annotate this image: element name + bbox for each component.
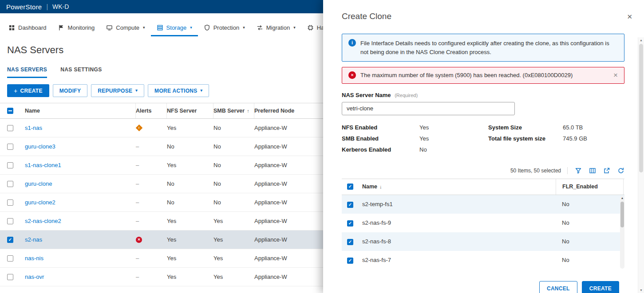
repurpose-button-label: REPURPOSE: [98, 88, 132, 94]
nas-server-link[interactable]: s1-nas-clone1: [25, 162, 61, 168]
dashboard-icon: [8, 24, 15, 31]
column-header-alerts[interactable]: Alerts: [136, 103, 167, 118]
nav-label: Dashboard: [18, 24, 47, 31]
fs-scrollbar-thumb[interactable]: [620, 202, 624, 227]
row-checkbox[interactable]: [7, 237, 13, 243]
table-row[interactable]: nas-ovr – Yes Yes Appliance-W: [0, 268, 342, 286]
nas-server-link[interactable]: guru-clone: [25, 180, 52, 187]
nav-label: Monitoring: [68, 24, 95, 31]
fs-row-checkbox[interactable]: [347, 202, 353, 208]
create-clone-button[interactable]: CREATE: [582, 281, 619, 293]
fs-column-header-name[interactable]: Name ↓: [362, 179, 556, 195]
table-row-selected[interactable]: s2-nas ✕ Yes Yes Appliance-W: [0, 230, 342, 249]
fs-name-value: s2-nas-fs-8: [362, 238, 556, 245]
export-icon[interactable]: [603, 167, 610, 174]
select-all-checkbox[interactable]: [7, 108, 13, 114]
modal-content: i File Interface Details needs to config…: [323, 21, 644, 270]
chevron-down-icon: ▾: [293, 26, 296, 30]
required-hint: (Required): [395, 93, 418, 98]
nfs-enabled-value: Yes: [419, 124, 429, 131]
nfs-server-value: No: [167, 143, 213, 150]
error-banner-close-icon[interactable]: ×: [609, 71, 618, 79]
column-header-name[interactable]: Name: [25, 103, 136, 118]
table-row[interactable]: guru-clone3 – No No Appliance-W: [0, 137, 342, 156]
modal-scrollbar[interactable]: ▲ ▼: [638, 37, 644, 293]
refresh-icon[interactable]: [617, 167, 624, 174]
fs-column-header-flr-enabled[interactable]: FLR_Enabled: [556, 179, 623, 195]
preferred-node-value: Appliance-W: [254, 255, 330, 262]
fs-flr-value: No: [556, 201, 623, 207]
preferred-node-value: Appliance-W: [254, 199, 330, 206]
scroll-up-icon[interactable]: ▲: [638, 39, 644, 42]
fs-table-row[interactable]: s2-nas-fs-8 No: [342, 232, 624, 251]
nfs-server-value: Yes: [167, 273, 213, 280]
row-checkbox[interactable]: [7, 199, 13, 206]
modal-scrollbar-thumb[interactable]: [639, 44, 643, 172]
monitoring-icon: [58, 24, 65, 31]
nfs-server-value: Yes: [167, 162, 213, 168]
row-checkbox[interactable]: [7, 181, 13, 187]
table-row[interactable]: s2-nas-clone2 – Yes Yes Appliance-W: [0, 212, 342, 230]
error-icon: ✕: [348, 71, 356, 79]
datagrid-actions: [567, 167, 624, 174]
fs-table-row[interactable]: s2-nas-fs-9 No: [342, 214, 624, 232]
select-all-filesystems-checkbox[interactable]: [347, 184, 353, 190]
fs-table-header: Name ↓ FLR_Enabled: [342, 179, 624, 195]
powerstore-logo: PowerStore: [6, 3, 42, 11]
create-button[interactable]: + CREATE: [7, 84, 49, 97]
column-header-nfs-server[interactable]: NFS Server: [167, 103, 213, 118]
nav-protection[interactable]: Protection ▾: [198, 24, 251, 36]
nav-compute[interactable]: Compute ▾: [100, 24, 150, 36]
row-checkbox[interactable]: [7, 255, 13, 262]
nas-server-link[interactable]: s2-nas-clone2: [25, 218, 61, 224]
fs-table-row[interactable]: s2-nas-fs-7 No: [342, 251, 624, 270]
nav-label: Storage: [166, 24, 187, 31]
nas-server-link[interactable]: guru-clone2: [25, 199, 55, 206]
scroll-up-icon[interactable]: ▲: [620, 196, 624, 200]
nav-dashboard[interactable]: Dashboard: [3, 24, 52, 36]
repurpose-button[interactable]: REPURPOSE ▾: [91, 84, 144, 97]
row-checkbox[interactable]: [7, 125, 13, 131]
scroll-down-icon[interactable]: ▼: [638, 289, 644, 292]
nas-server-link[interactable]: nas-nis: [25, 255, 43, 262]
table-row[interactable]: guru-clone – No No Appliance-W: [0, 175, 342, 193]
nav-storage[interactable]: Storage ▾: [151, 24, 198, 36]
nas-server-link[interactable]: s2-nas: [25, 236, 42, 243]
nas-server-link[interactable]: s1-nas: [25, 125, 42, 131]
table-row[interactable]: guru-clone2 – No No Appliance-W: [0, 193, 342, 212]
table-row[interactable]: s1-nas-clone1 – Yes No Appliance-W: [0, 156, 342, 175]
nas-server-name-input[interactable]: [342, 102, 515, 115]
fs-name-value: s2-nas-fs-7: [362, 257, 556, 263]
row-checkbox[interactable]: [7, 162, 13, 168]
more-actions-button[interactable]: MORE ACTIONS ▾: [148, 84, 209, 97]
row-checkbox[interactable]: [7, 218, 13, 224]
nav-label: Compute: [116, 24, 139, 31]
nav-migration[interactable]: Migration ▾: [251, 24, 301, 36]
modify-button[interactable]: MODIFY: [53, 84, 87, 97]
column-header-smb-server[interactable]: SMB Server ↑: [213, 103, 254, 118]
tab-nas-settings[interactable]: NAS SETTINGS: [60, 66, 102, 78]
fs-row-checkbox[interactable]: [347, 239, 353, 245]
powerstore-screen: PowerStore | WK-D Dashboard Monitoring C…: [0, 0, 644, 293]
column-picker-icon[interactable]: [589, 167, 596, 174]
preferred-node-value: Appliance-W: [254, 143, 330, 150]
table-row[interactable]: s1-nas ! Yes No Appliance-W: [0, 119, 342, 137]
nav-monitoring[interactable]: Monitoring: [52, 24, 101, 36]
fs-table-body: s2-temp-fs1 No s2-nas-fs-9 No s2-nas-fs-…: [342, 195, 624, 270]
items-selected-summary: 50 Items, 50 selected: [510, 168, 561, 174]
cancel-button[interactable]: CANCEL: [539, 281, 577, 293]
protection-icon: [204, 24, 210, 31]
tab-nas-servers[interactable]: NAS SERVERS: [7, 66, 47, 78]
fs-table-row[interactable]: s2-temp-fs1 No: [342, 195, 624, 214]
nas-server-link[interactable]: nas-ovr: [25, 273, 44, 280]
fs-table-scrollbar[interactable]: ▲: [620, 196, 624, 269]
close-icon[interactable]: ✕: [627, 13, 632, 20]
column-header-preferred-node[interactable]: Preferred Node: [254, 103, 330, 118]
nas-server-link[interactable]: guru-clone3: [25, 143, 55, 150]
row-checkbox[interactable]: [7, 144, 13, 150]
fs-row-checkbox[interactable]: [347, 258, 353, 264]
fs-row-checkbox[interactable]: [347, 220, 353, 227]
filter-icon[interactable]: [575, 167, 582, 174]
table-row[interactable]: nas-nis – Yes Yes Appliance-W: [0, 249, 342, 268]
row-checkbox[interactable]: [7, 274, 13, 280]
